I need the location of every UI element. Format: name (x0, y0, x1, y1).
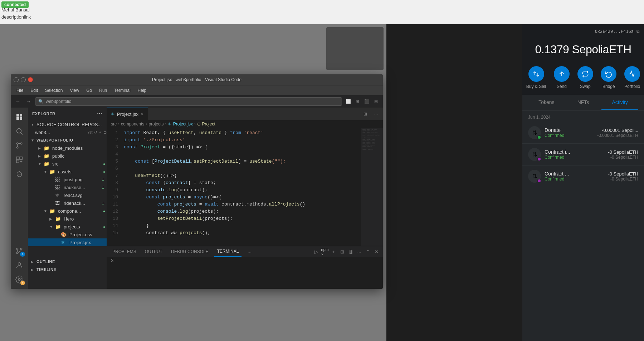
activity-debug[interactable] (13, 168, 26, 181)
user-info: Mehul Bansal descriptionlink (1, 6, 31, 20)
donate-amount: -0.00001 Sepoli... -0.00001 SepoliaETH (597, 128, 638, 138)
contract2-name: Contract ... (545, 171, 604, 177)
activity-item-donate[interactable]: ⇅ Donate Confirmed -0.00001 Sepoli... -0… (522, 122, 644, 144)
file-joust[interactable]: 🖼 joust.png U (28, 176, 107, 183)
contract2-status-dot (537, 179, 541, 183)
activity-settings[interactable]: 1 (13, 273, 26, 286)
explorer-more-icon[interactable]: ··· (97, 110, 102, 117)
copy-address-icon[interactable]: ⧉ (636, 29, 640, 34)
split-vertical-icon[interactable]: ⬛ (363, 98, 371, 105)
minimize-button[interactable] (14, 77, 19, 82)
folder-hero[interactable]: ▶ 📁 Hero (28, 215, 107, 223)
more-terminal-icon-2[interactable]: ··· (356, 248, 363, 255)
activity-item-contract-2[interactable]: ⇅ Contract ... Confirmed -0 SepoliaETH -… (522, 165, 644, 187)
split-editor-btn[interactable]: ⊞ (361, 110, 369, 118)
activity-source-control[interactable] (13, 139, 26, 152)
file-project-css[interactable]: 🎨 Project.css (28, 231, 107, 238)
timeline-item[interactable]: ▶ TIMELINE (28, 266, 107, 273)
activity-git[interactable]: 4 (13, 244, 26, 257)
vscode-title: Project.jsx - web3portfolio - Visual Stu… (35, 77, 358, 82)
terminal-prompt: $ (111, 258, 113, 263)
activity-explorer[interactable] (13, 110, 26, 123)
description-link: descriptionlink (1, 14, 31, 21)
terminal-run-icon[interactable]: ▷ (313, 248, 320, 255)
forward-button[interactable]: → (24, 97, 33, 106)
search-text: web3portfolio (46, 99, 71, 104)
more-terminal-icon[interactable]: ··· (246, 248, 253, 255)
activity-item-contract-1[interactable]: ⇅ Contract i... Confirmed -0 SepoliaETH … (522, 144, 644, 165)
terminal-tab-icons: ▷ npm ∨ + ⊞ 🗑 ··· ⌃ ✕ (313, 248, 380, 255)
file-naukrise[interactable]: 🖼 naukrise... U (28, 183, 107, 191)
tab-activity[interactable]: Activity (601, 95, 638, 110)
folder-components[interactable]: ▼ 📁 compone... ● (28, 207, 107, 215)
tab-tokens[interactable]: Tokens (528, 95, 565, 110)
menu-view[interactable]: View (67, 87, 82, 94)
explorer-label: EXPLORER (32, 112, 55, 116)
customize-layout-icon[interactable]: ⊟ (372, 98, 380, 105)
sidebar: EXPLORER ··· ▼ SOURCE CONTROL REPOS... w… (28, 108, 107, 289)
close-button[interactable] (28, 77, 33, 82)
tab-nfts[interactable]: NFTs (565, 95, 602, 110)
menu-go[interactable]: Go (83, 87, 95, 94)
image-icon: 🖼 (55, 177, 62, 182)
action-swap[interactable]: Swap (577, 66, 593, 89)
activity-extensions[interactable] (13, 153, 26, 166)
action-bridge[interactable]: Bridge (601, 66, 616, 89)
tab-close-icon[interactable]: ✕ (141, 112, 143, 116)
menu-edit[interactable]: Edit (28, 87, 41, 94)
menu-run[interactable]: Run (96, 87, 110, 94)
folder-assets[interactable]: ▼ 📁 assets ● (28, 168, 107, 176)
svg-rect-3 (20, 117, 22, 120)
code-line-3: const Project = ({state}) => { (124, 144, 361, 151)
folder-src[interactable]: ▼ 📁 src ● (28, 160, 107, 168)
code-line-14: } (124, 222, 361, 229)
more-actions-btn[interactable]: ··· (372, 110, 380, 118)
folder-projects[interactable]: ▼ 📁 projects ● (28, 223, 107, 231)
menu-file[interactable]: File (14, 87, 26, 94)
source-control-item[interactable]: ▼ SOURCE CONTROL REPOS... (28, 120, 107, 128)
split-editor-icon[interactable]: ⬜ (344, 98, 352, 105)
file-react-svg[interactable]: ⚛ react.svg (28, 191, 107, 199)
file-ridehack[interactable]: 🖼 ridehack... U (28, 199, 107, 207)
code-editor[interactable]: 12345 678910 1112131415 import React, { … (107, 128, 361, 246)
menu-help[interactable]: Help (135, 87, 150, 94)
project-header[interactable]: ▼ WEB3PORTFOLIO (28, 136, 107, 144)
tab-debug-console[interactable]: DEBUG CONSOLE (168, 246, 211, 257)
menu-terminal[interactable]: Terminal (111, 87, 133, 94)
contract2-icon-wrap: ⇅ (528, 170, 541, 183)
back-button[interactable]: ← (14, 97, 22, 106)
maximize-button[interactable] (21, 77, 26, 82)
code-content[interactable]: import React, { useEffect, useState } fr… (121, 128, 361, 246)
action-portfolio[interactable]: Portfolio (624, 66, 640, 89)
action-send[interactable]: Send (554, 66, 570, 89)
close-panel-icon[interactable]: ✕ (373, 248, 380, 255)
code-line-15: contract && projects(); (124, 229, 361, 237)
svg-line-5 (21, 133, 23, 134)
terminal-body[interactable]: $ (107, 257, 383, 289)
editor-layout-icon[interactable]: ⊞ (353, 98, 361, 105)
tab-project-jsx[interactable]: ⚛ Project.jsx ✕ (107, 108, 148, 120)
project-thumbnail (326, 27, 384, 70)
add-terminal-icon[interactable]: + (330, 248, 337, 255)
split-terminal-icon[interactable]: ⊞ (338, 248, 346, 255)
folder-public[interactable]: ▶ 📁 public (28, 152, 107, 160)
maximize-panel-icon[interactable]: ⌃ (364, 248, 371, 255)
breadcrumb-fn: ⊙ Project (197, 122, 215, 127)
activity-search[interactable] (13, 125, 26, 138)
file-project-jsx[interactable]: ⚛ Project.jsx (28, 238, 107, 246)
tab-terminal[interactable]: TERMINAL (214, 246, 242, 257)
folder-node-modules[interactable]: ▶ 📁 node_modules (28, 144, 107, 152)
outline-item[interactable]: ▶ OUTLINE (28, 258, 107, 266)
menu-selection[interactable]: Selection (42, 87, 65, 94)
repo-item[interactable]: web3... ⑂π ↺ ✓ ⊙ (28, 128, 107, 136)
donate-info: Donate Confirmed (545, 127, 594, 138)
delete-terminal-icon[interactable]: 🗑 (347, 248, 354, 255)
search-box[interactable]: 🔍 web3portfolio (35, 97, 342, 106)
svg-rect-0 (16, 114, 19, 117)
repo-name: web3... (35, 130, 87, 135)
tab-problems[interactable]: PROBLEMS (109, 246, 139, 257)
activity-account[interactable] (13, 259, 26, 272)
tab-output[interactable]: OUTPUT (142, 246, 165, 257)
contract1-main-amount: -0 SepoliaETH (608, 149, 638, 155)
action-buy-sell[interactable]: Buy & Sell (526, 66, 546, 89)
